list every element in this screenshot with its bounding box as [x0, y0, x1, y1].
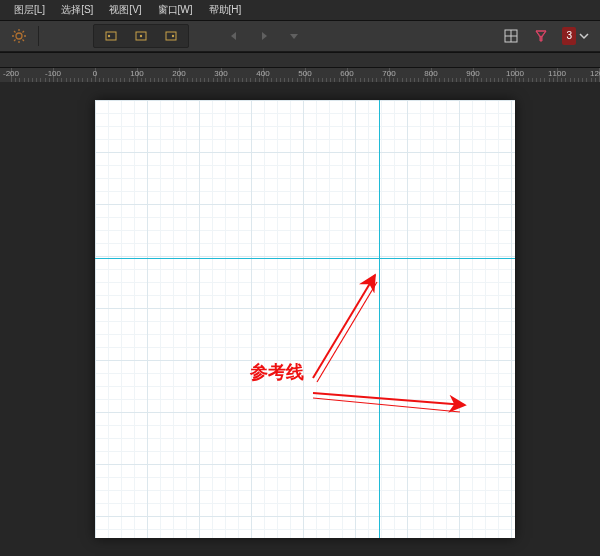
menu-layer[interactable]: 图层[L]: [6, 1, 53, 19]
ruler-tick-label: 500: [298, 69, 311, 78]
toolbar-separator: [38, 26, 39, 46]
svg-point-10: [108, 35, 110, 37]
arrow-down-icon: [280, 25, 308, 47]
menu-bar: 图层[L] 选择[S] 视图[V] 窗口[W] 帮助[H]: [0, 0, 600, 21]
svg-rect-9: [106, 32, 116, 40]
ruler-tick-label: 1100: [548, 69, 566, 78]
ruler-tick-label: 1000: [506, 69, 524, 78]
menu-window[interactable]: 窗口[W]: [150, 1, 201, 19]
ruler-tick-label: 0: [93, 69, 97, 78]
menu-view[interactable]: 视图[V]: [101, 1, 149, 19]
align-left-icon[interactable]: [97, 25, 125, 47]
svg-point-14: [172, 35, 174, 37]
ruler-tick-label: 700: [382, 69, 395, 78]
ruler-tick-label: 1200: [590, 69, 600, 78]
ruler-tick-label: 300: [214, 69, 227, 78]
sun-icon[interactable]: [5, 25, 33, 47]
ruler-tick-label: 200: [172, 69, 185, 78]
grid-icon[interactable]: [497, 25, 525, 47]
ruler-tick-label: 900: [466, 69, 479, 78]
ruler-tick-label: 400: [256, 69, 269, 78]
options-toolbar: 3: [0, 21, 600, 52]
zoom-badge[interactable]: 3: [562, 27, 576, 45]
ruler-tick-label: -100: [45, 69, 61, 78]
guide-horizontal[interactable]: [95, 258, 515, 259]
chevron-down-icon[interactable]: [577, 25, 591, 47]
svg-line-8: [23, 31, 25, 33]
canvas[interactable]: 参考线: [95, 100, 515, 538]
svg-line-5: [14, 31, 16, 33]
canvas-grid: [95, 100, 515, 538]
filter-icon[interactable]: [527, 25, 555, 47]
ruler-tick-label: 100: [130, 69, 143, 78]
info-bar: [0, 52, 600, 68]
menu-select[interactable]: 选择[S]: [53, 1, 101, 19]
annotation-label: 参考线: [250, 360, 304, 384]
svg-point-12: [140, 35, 142, 37]
ruler-tick-label: -200: [3, 69, 19, 78]
svg-line-6: [23, 40, 25, 42]
canvas-viewport[interactable]: 参考线: [0, 82, 600, 556]
menu-help[interactable]: 帮助[H]: [201, 1, 250, 19]
guide-vertical[interactable]: [379, 100, 380, 538]
align-center-icon[interactable]: [127, 25, 155, 47]
ruler-tick-label: 600: [340, 69, 353, 78]
svg-rect-13: [166, 32, 176, 40]
ruler-tick-label: 800: [424, 69, 437, 78]
svg-point-0: [16, 33, 22, 39]
align-right-icon[interactable]: [157, 25, 185, 47]
arrow-left-icon: [220, 25, 248, 47]
svg-line-7: [14, 40, 16, 42]
arrow-right-icon: [250, 25, 278, 47]
